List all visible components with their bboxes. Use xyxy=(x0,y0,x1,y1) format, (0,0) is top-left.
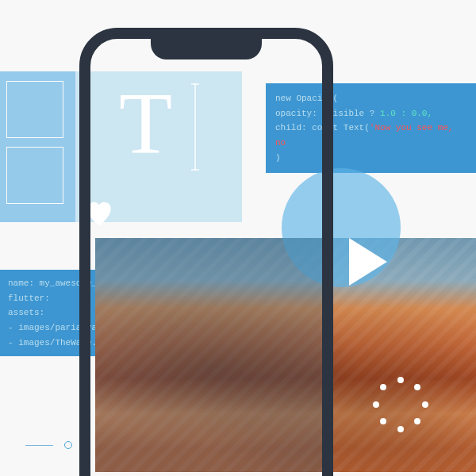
typography-letter: T xyxy=(119,79,172,167)
wireframe-panel xyxy=(0,71,75,222)
code-line: child: const Text('Now you see me, no xyxy=(275,121,466,150)
indicator-line xyxy=(25,445,53,446)
indicator-dot[interactable] xyxy=(83,443,88,447)
code-snippet-opacity: new Opacity( opacity: _visible ? 1.0 : 0… xyxy=(266,83,476,173)
code-line: opacity: _visible ? 1.0 : 0.0, xyxy=(275,106,466,121)
loading-dots-icon xyxy=(373,377,428,432)
carousel-indicator[interactable] xyxy=(25,441,88,449)
play-icon[interactable] xyxy=(349,238,387,286)
image-overlay xyxy=(95,238,325,472)
indicator-active[interactable] xyxy=(64,441,72,449)
code-line: ) xyxy=(275,151,466,166)
heart-icon xyxy=(83,198,115,227)
text-cursor-icon xyxy=(194,83,196,171)
code-line: new Opacity( xyxy=(275,91,466,106)
illustration-stage: T new Opacity( opacity: _visible ? 1.0 :… xyxy=(0,0,476,476)
